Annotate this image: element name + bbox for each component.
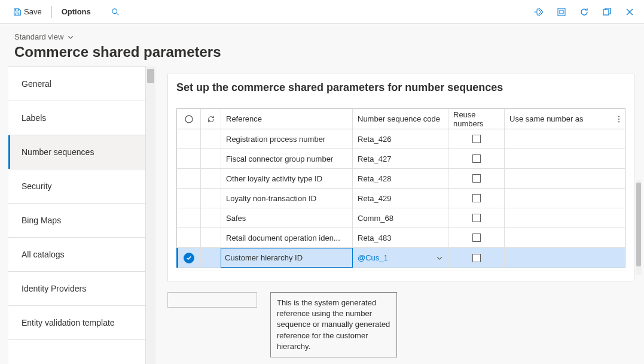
row-indicator-cell — [201, 208, 221, 228]
horizontal-scrollbar[interactable] — [176, 271, 625, 271]
page-header: Standard view Commerce shared parameters — [0, 24, 644, 66]
column-same-header[interactable]: Use same number as — [505, 109, 625, 129]
sidebar-item[interactable]: Entity validation template — [8, 306, 145, 340]
popout-button[interactable] — [600, 5, 614, 19]
attach-button[interactable] — [532, 5, 546, 19]
check-icon — [184, 253, 194, 263]
reuse-cell[interactable] — [448, 189, 505, 208]
svg-point-7 — [618, 118, 619, 119]
table-row[interactable]: Loyalty non-transaction IDReta_429 — [177, 189, 625, 208]
sidebar-item[interactable]: General — [8, 67, 145, 101]
content-vertical-scrollbar[interactable] — [636, 180, 642, 275]
row-select-cell[interactable] — [177, 169, 201, 188]
sidebar-item-label: Bing Maps — [22, 216, 61, 225]
sidebar-item[interactable]: Labels — [8, 101, 145, 135]
row-select-cell[interactable] — [177, 248, 201, 268]
same-cell — [505, 228, 625, 247]
row-indicator-cell — [201, 149, 221, 168]
column-options-button[interactable] — [615, 115, 622, 123]
main-split: GeneralLabelsNumber sequencesSecurityBin… — [0, 66, 644, 364]
office-addin-button[interactable] — [554, 5, 569, 19]
table-row[interactable]: Customer hierarchy ID@Cus_1 — [177, 248, 625, 268]
table-row[interactable]: Registration process numberReta_426 — [177, 129, 625, 149]
sidebar-item[interactable]: Bing Maps — [8, 204, 145, 238]
svg-rect-4 — [603, 10, 609, 15]
row-indicator-cell — [201, 129, 221, 148]
empty-input[interactable] — [167, 292, 257, 308]
reference-cell[interactable]: Customer hierarchy ID — [221, 248, 353, 268]
column-code-header[interactable]: Number sequence code — [353, 109, 448, 129]
reuse-cell[interactable] — [448, 149, 505, 168]
sidebar-item[interactable]: All catalogs — [8, 238, 145, 272]
reuse-cell[interactable] — [448, 248, 505, 268]
radio-icon — [184, 114, 194, 124]
svg-point-8 — [618, 121, 619, 122]
content-vertical-scroll-thumb[interactable] — [636, 183, 641, 266]
field-description-tooltip: This is the system generated reference u… — [270, 292, 397, 357]
same-cell — [505, 208, 625, 228]
save-button[interactable]: Save — [7, 4, 48, 20]
svg-point-0 — [112, 8, 117, 13]
sidebar-item-label: Entity validation template — [22, 318, 115, 327]
checkbox[interactable] — [472, 194, 481, 202]
sidebar-item[interactable]: Security — [8, 169, 145, 204]
table-row[interactable]: Retail document operation iden...Reta_48… — [177, 228, 625, 248]
grid-body: Registration process numberReta_426Fisca… — [177, 129, 625, 268]
close-button[interactable] — [622, 5, 637, 19]
options-button[interactable]: Options — [56, 4, 97, 20]
reference-cell: Loyalty non-transaction ID — [221, 189, 353, 208]
row-select-cell[interactable] — [177, 129, 201, 148]
save-label: Save — [24, 7, 42, 16]
checkbox[interactable] — [472, 135, 481, 143]
row-select-cell[interactable] — [177, 189, 201, 208]
checkbox[interactable] — [472, 233, 481, 242]
column-select-all[interactable] — [177, 109, 201, 129]
code-cell: Comm_68 — [353, 208, 448, 228]
code-value: @Cus_1 — [358, 253, 388, 262]
content-card: Set up the commerce shared parameters fo… — [167, 74, 634, 281]
chevron-down-icon[interactable] — [436, 254, 443, 262]
code-cell[interactable]: @Cus_1 — [353, 248, 448, 268]
row-indicator-cell — [201, 189, 221, 208]
more-vertical-icon — [615, 115, 622, 123]
refresh-icon — [579, 7, 589, 17]
row-select-cell[interactable] — [177, 228, 201, 247]
save-icon — [13, 8, 22, 16]
row-select-cell[interactable] — [177, 208, 201, 228]
search-icon — [111, 8, 120, 16]
svg-rect-3 — [560, 10, 563, 14]
row-select-cell[interactable] — [177, 149, 201, 168]
checkbox[interactable] — [472, 214, 481, 222]
view-selector[interactable]: Standard view — [14, 32, 630, 41]
reuse-cell[interactable] — [448, 129, 505, 148]
office-icon — [557, 7, 566, 17]
below-grid-row: This is the system generated reference u… — [167, 292, 634, 357]
column-reference-header[interactable]: Reference — [221, 109, 353, 129]
column-refresh[interactable] — [201, 109, 221, 129]
sidebar-item[interactable]: Number sequences — [8, 135, 145, 169]
refresh-button[interactable] — [577, 5, 591, 19]
table-row[interactable]: Fiscal connector group numberReta_427 — [177, 149, 625, 169]
reuse-cell[interactable] — [448, 169, 505, 188]
table-row[interactable]: Other loyalty activity type IDReta_428 — [177, 169, 625, 189]
toolbar-left-group: Save Options — [7, 4, 123, 20]
chevron-down-icon — [67, 34, 74, 41]
checkbox[interactable] — [472, 174, 481, 183]
table-row[interactable]: SafesComm_68 — [177, 208, 625, 228]
column-reuse-header[interactable]: Reuse numbers — [448, 109, 505, 129]
reuse-cell[interactable] — [448, 208, 505, 228]
toolbar-right-group — [532, 5, 637, 19]
sidebar-container: GeneralLabelsNumber sequencesSecurityBin… — [0, 66, 155, 364]
sidebar-scrollbar[interactable] — [146, 66, 155, 364]
checkbox[interactable] — [472, 254, 481, 262]
diamond-icon — [534, 7, 544, 17]
sidebar-item[interactable]: Identity Providers — [8, 272, 145, 306]
search-button[interactable] — [108, 4, 123, 20]
sidebar-item-label: Security — [22, 181, 52, 191]
code-cell: Reta_428 — [353, 169, 448, 188]
reuse-cell[interactable] — [448, 228, 505, 247]
refresh-small-icon — [207, 115, 215, 123]
checkbox[interactable] — [472, 154, 481, 163]
content-area: Set up the commerce shared parameters fo… — [155, 66, 644, 364]
sidebar-scroll-thumb[interactable] — [147, 69, 154, 83]
